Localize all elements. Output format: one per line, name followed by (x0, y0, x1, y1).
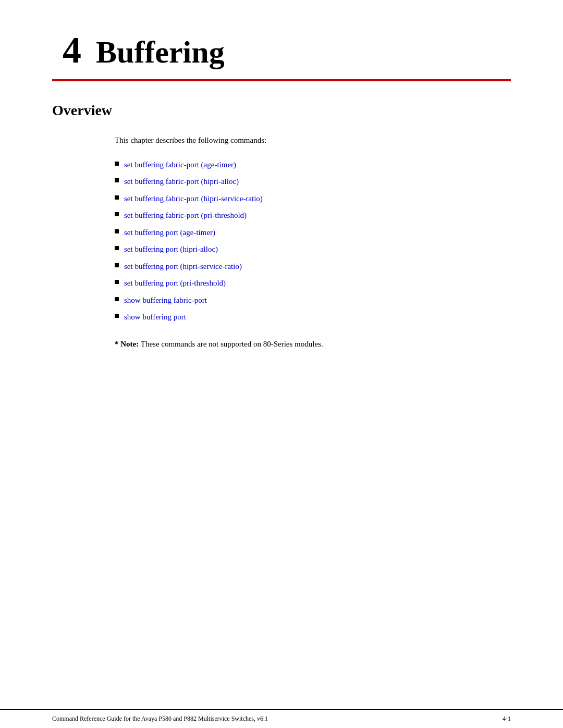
list-item: set buffering fabric-port (hipri-service… (115, 193, 511, 205)
bullet-icon (115, 195, 119, 200)
main-content: 4 Buffering Overview This chapter descri… (0, 0, 563, 709)
command-link-4[interactable]: set buffering port (age-timer) (124, 227, 215, 239)
section-heading: Overview (52, 102, 511, 119)
bullet-icon (115, 263, 119, 267)
footer-right: 4-1 (503, 715, 511, 723)
command-link-2[interactable]: set buffering fabric-port (hipri-service… (124, 193, 263, 205)
command-link-3[interactable]: set buffering fabric-port (pri-threshold… (124, 209, 247, 221)
command-link-5[interactable]: set buffering port (hipri-alloc) (124, 243, 218, 255)
list-item: set buffering port (age-timer) (115, 227, 511, 239)
command-link-7[interactable]: set buffering port (pri-threshold) (124, 277, 226, 289)
note-body: These commands are not supported on 80-S… (141, 340, 323, 348)
note-text: * Note: These commands are not supported… (115, 338, 511, 350)
page-container: 4 Buffering Overview This chapter descri… (0, 0, 563, 728)
command-link-8[interactable]: show buffering fabric-port (124, 294, 207, 306)
list-item: set buffering fabric-port (age-timer) (115, 159, 511, 171)
footer: Command Reference Guide for the Avaya P5… (0, 709, 563, 728)
footer-left: Command Reference Guide for the Avaya P5… (52, 715, 268, 723)
bullet-icon (115, 178, 119, 182)
bullet-icon (115, 297, 119, 301)
command-link-6[interactable]: set buffering port (hipri-service-ratio) (124, 261, 242, 273)
list-item: show buffering fabric-port (115, 294, 511, 306)
bullet-icon (115, 280, 119, 284)
bullet-icon (115, 162, 119, 166)
chapter-header: 4 Buffering (52, 31, 511, 69)
list-item: set buffering port (hipri-alloc) (115, 243, 511, 255)
bullet-icon (115, 212, 119, 216)
intro-text: This chapter describes the following com… (115, 134, 511, 146)
command-link-1[interactable]: set buffering fabric-port (hipri-alloc) (124, 176, 239, 188)
chapter-number: 4 (63, 31, 81, 69)
command-link-0[interactable]: set buffering fabric-port (age-timer) (124, 159, 236, 171)
bullet-icon (115, 314, 119, 318)
chapter-title: Buffering (96, 36, 225, 68)
list-item: show buffering port (115, 311, 511, 323)
command-list: set buffering fabric-port (age-timer)set… (115, 159, 511, 323)
list-item: set buffering port (pri-threshold) (115, 277, 511, 289)
bullet-icon (115, 246, 119, 250)
list-item: set buffering port (hipri-service-ratio) (115, 261, 511, 273)
bullet-icon (115, 229, 119, 233)
list-item: set buffering fabric-port (hipri-alloc) (115, 176, 511, 188)
list-item: set buffering fabric-port (pri-threshold… (115, 209, 511, 221)
note-prefix: * Note: (115, 340, 139, 348)
command-link-9[interactable]: show buffering port (124, 311, 186, 323)
red-rule (52, 79, 511, 81)
